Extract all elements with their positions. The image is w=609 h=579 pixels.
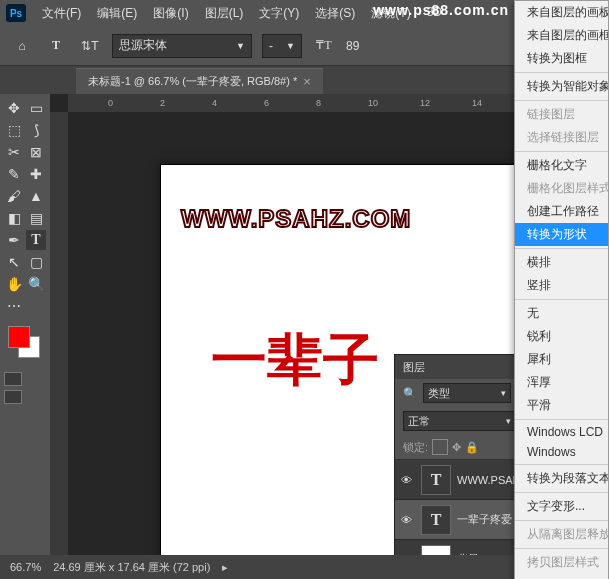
- heal-tool[interactable]: ✚: [26, 164, 46, 184]
- screenmode-icon[interactable]: [4, 390, 22, 404]
- layer-kind-select[interactable]: 类型 ▾: [423, 383, 511, 403]
- context-menu-item[interactable]: 浑厚: [515, 371, 608, 394]
- menu-separator: [515, 72, 608, 73]
- marquee-tool[interactable]: ⬚: [4, 120, 24, 140]
- pen-tool[interactable]: ✒: [4, 230, 24, 250]
- context-menu-item[interactable]: 栅格化文字: [515, 154, 608, 177]
- frame-tool[interactable]: ⊠: [26, 142, 46, 162]
- layer-thumbnail[interactable]: T: [421, 505, 451, 535]
- path-tool[interactable]: ↖: [4, 252, 24, 272]
- ruler-mark: 12: [420, 98, 430, 108]
- hand-tool[interactable]: ✋: [4, 274, 24, 294]
- lock-all-icon[interactable]: 🔒: [465, 441, 479, 454]
- ruler-vertical: [50, 112, 68, 555]
- crop-tool[interactable]: ✂: [4, 142, 24, 162]
- menu-separator: [515, 248, 608, 249]
- chevron-down-icon: ▾: [501, 388, 506, 398]
- document-tab[interactable]: 未标题-1 @ 66.7% (一辈子疼爱, RGB/8#) * ×: [76, 68, 323, 94]
- zoom-tool[interactable]: 🔍: [26, 274, 46, 294]
- menu-item[interactable]: 文件(F): [34, 5, 89, 22]
- menu-separator: [515, 548, 608, 549]
- layer-name[interactable]: 背景: [457, 552, 479, 555]
- color-swatches[interactable]: [4, 318, 46, 368]
- visibility-icon[interactable]: 👁: [401, 514, 415, 526]
- home-icon[interactable]: ⌂: [10, 34, 34, 58]
- type-tool[interactable]: T: [26, 230, 46, 250]
- eyedropper-tool[interactable]: ✎: [4, 164, 24, 184]
- font-family-value: 思源宋体: [119, 37, 167, 54]
- orientation-icon[interactable]: ⇅T: [78, 34, 102, 58]
- move-tool[interactable]: ✥: [4, 98, 24, 118]
- brush-tool[interactable]: 🖌: [4, 186, 24, 206]
- quickmask-icon[interactable]: [4, 372, 22, 386]
- context-menu-item[interactable]: 文字变形...: [515, 495, 608, 518]
- page-watermark: www.ps88.com.cn: [373, 2, 509, 18]
- context-menu-item[interactable]: 转换为智能对象: [515, 75, 608, 98]
- ruler-mark: 6: [264, 98, 269, 108]
- context-menu-item[interactable]: 转换为图框: [515, 47, 608, 70]
- gradient-tool[interactable]: ▤: [26, 208, 46, 228]
- chevron-down-icon: ▼: [236, 41, 245, 51]
- menu-item[interactable]: 选择(S): [307, 5, 363, 22]
- menu-separator: [515, 100, 608, 101]
- ruler-mark: 8: [316, 98, 321, 108]
- search-icon[interactable]: 🔍: [403, 387, 417, 400]
- menu-item[interactable]: 文字(Y): [251, 5, 307, 22]
- context-menu-item: 拷贝图层样式: [515, 551, 608, 574]
- menu-item[interactable]: 编辑(E): [89, 5, 145, 22]
- more-tools[interactable]: ⋯: [4, 296, 24, 316]
- context-menu-item[interactable]: 锐利: [515, 325, 608, 348]
- menu-separator: [515, 464, 608, 465]
- context-menu-item[interactable]: 转换为段落文本: [515, 467, 608, 490]
- toolbox: ✥ ▭ ⬚ ⟆ ✂ ⊠ ✎ ✚ 🖌 ▲ ◧ ▤ ✒ T ↖ ▢ ✋ 🔍 ⋯: [0, 94, 50, 555]
- visibility-icon[interactable]: 👁: [401, 474, 415, 486]
- layer-thumbnail[interactable]: [421, 545, 451, 556]
- blend-mode-select[interactable]: 正常 ▾: [403, 411, 516, 431]
- context-menu-item[interactable]: 来自图层的画框: [515, 24, 608, 47]
- context-menu-item: 栅格化图层样式: [515, 177, 608, 200]
- artboard-tool[interactable]: ▭: [26, 98, 46, 118]
- type-tool-icon: T: [44, 34, 68, 58]
- context-menu-item[interactable]: Windows: [515, 442, 608, 462]
- zoom-level[interactable]: 66.7%: [10, 561, 41, 573]
- menu-item[interactable]: 图层(L): [197, 5, 252, 22]
- ruler-mark: 0: [108, 98, 113, 108]
- context-menu: 来自图层的画板来自图层的画框转换为图框转换为智能对象链接图层选择链接图层栅格化文…: [514, 0, 609, 579]
- context-menu-item[interactable]: 粘贴图层样式: [515, 574, 608, 579]
- context-menu-item[interactable]: 犀利: [515, 348, 608, 371]
- menu-item[interactable]: 图像(I): [145, 5, 196, 22]
- context-menu-item[interactable]: 平滑: [515, 394, 608, 417]
- ruler-mark: 14: [472, 98, 482, 108]
- font-family-select[interactable]: 思源宋体 ▼: [112, 34, 252, 58]
- eraser-tool[interactable]: ◧: [4, 208, 24, 228]
- ruler-mark: 4: [212, 98, 217, 108]
- stamp-tool[interactable]: ▲: [26, 186, 46, 206]
- context-menu-item[interactable]: 来自图层的画板: [515, 1, 608, 24]
- font-style-select[interactable]: - ▼: [262, 34, 302, 58]
- lock-position-icon[interactable]: ✥: [452, 441, 461, 454]
- context-menu-item[interactable]: 竖排: [515, 274, 608, 297]
- context-menu-item[interactable]: 创建工作路径: [515, 200, 608, 223]
- chevron-right-icon[interactable]: ▸: [222, 561, 228, 574]
- menu-separator: [515, 299, 608, 300]
- layer-name[interactable]: 一辈子疼爱: [457, 512, 512, 527]
- context-menu-item: 选择链接图层: [515, 126, 608, 149]
- shape-tool[interactable]: ▢: [26, 252, 46, 272]
- font-size-icon: ₸T: [312, 34, 336, 58]
- context-menu-item[interactable]: 无: [515, 302, 608, 325]
- context-menu-item: 链接图层: [515, 103, 608, 126]
- context-menu-item[interactable]: 横排: [515, 251, 608, 274]
- lock-pixels-icon[interactable]: [432, 439, 448, 455]
- font-size-value[interactable]: 89: [346, 39, 359, 53]
- ruler-mark: 10: [368, 98, 378, 108]
- close-icon[interactable]: ×: [303, 74, 311, 89]
- foreground-color[interactable]: [8, 326, 30, 348]
- lock-label: 锁定:: [403, 440, 428, 455]
- visibility-icon[interactable]: 👁: [401, 554, 415, 556]
- layer-kind-value: 类型: [428, 386, 450, 401]
- context-menu-item[interactable]: Windows LCD: [515, 422, 608, 442]
- context-menu-item[interactable]: 转换为形状: [515, 223, 608, 246]
- app-logo: Ps: [6, 4, 26, 22]
- lasso-tool[interactable]: ⟆: [26, 120, 46, 140]
- layer-thumbnail[interactable]: T: [421, 465, 451, 495]
